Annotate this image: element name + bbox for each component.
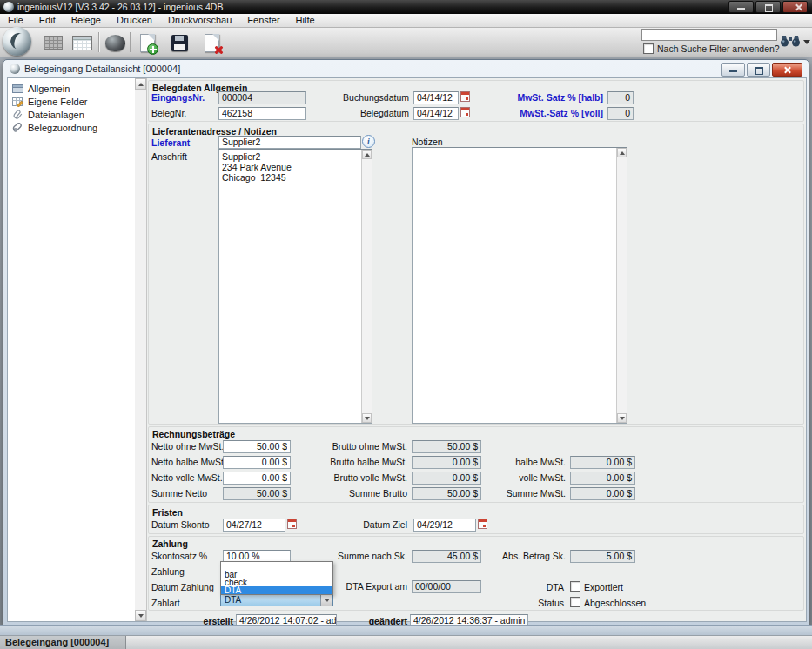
exportiert-label: Exportiert — [584, 582, 623, 592]
netto-ohne-field[interactable] — [223, 440, 291, 453]
halbe-mwst-field: 0.00 $ — [570, 456, 635, 469]
inner-close-button[interactable] — [772, 63, 802, 77]
notizen-textarea[interactable] — [412, 147, 627, 424]
sidebar-item-belegzuordnung[interactable]: Belegzuordnung — [8, 121, 135, 134]
summe-brutto-label: Summe Brutto — [294, 488, 407, 498]
netto-halbe-field[interactable] — [223, 456, 291, 469]
table-pencil-icon — [12, 97, 23, 107]
sidebar-item-eigene-felder[interactable]: Eigene Felder — [8, 95, 135, 108]
menu-druckvorschau[interactable]: Druckvorschau — [160, 14, 239, 27]
maximize-button[interactable] — [755, 1, 781, 13]
anschrift-scrollbar[interactable] — [361, 150, 372, 423]
save-button[interactable] — [167, 31, 191, 54]
search-filter-checkbox[interactable] — [643, 43, 654, 54]
detail-window-titlebar: Belegeingang Detailansicht [000004] — [3, 60, 809, 77]
lieferant-label: Lieferant — [151, 137, 190, 148]
belegdatum-label: Belegdatum — [316, 108, 409, 118]
list-view-button[interactable] — [41, 31, 65, 54]
paperclip-icon — [12, 110, 23, 120]
inner-maximize-button[interactable] — [747, 63, 770, 77]
menu-drucken[interactable]: Drucken — [109, 14, 160, 27]
menu-belege[interactable]: Belege — [64, 14, 109, 27]
ingenious-logo-icon — [3, 27, 31, 56]
search-button[interactable] — [780, 33, 801, 48]
menu-file[interactable]: File — [0, 14, 31, 27]
sidebar-item-allgemein[interactable]: Allgemein — [8, 82, 135, 95]
datum-skonto-calendar-icon[interactable] — [287, 519, 297, 529]
new-record-button[interactable] — [135, 31, 159, 54]
eingangsnr-field: 000004 — [218, 91, 306, 104]
table-icon — [72, 36, 92, 50]
menubar: File Edit Belege Drucken Druckvorschau F… — [0, 14, 812, 28]
zahlart-label: Zahlart — [151, 598, 180, 608]
datum-ziel-field[interactable] — [413, 519, 476, 532]
summe-mwst-label: Summe MwSt. — [470, 488, 566, 498]
abgeschlossen-label: Abgeschlossen — [584, 598, 646, 608]
mwst-halb-label: MwSt. Satz % [halb] — [510, 92, 603, 103]
detail-form: Belegdaten Allgemein EingangsNr. 000004 … — [146, 78, 808, 621]
lieferant-field[interactable] — [218, 136, 361, 149]
netto-volle-label: Netto volle MwSt. — [151, 472, 223, 483]
detail-content: Allgemein Eigene Felder — [7, 77, 807, 622]
inner-minimize-button[interactable] — [721, 63, 745, 77]
statusbar-document-tab[interactable]: Belegeingang [000004] — [0, 636, 126, 649]
search-input[interactable] — [641, 29, 777, 41]
info-icon[interactable]: i — [362, 135, 375, 148]
menu-edit[interactable]: Edit — [31, 14, 64, 27]
datum-ziel-label: Datum Ziel — [320, 519, 407, 530]
datum-ziel-calendar-icon[interactable] — [478, 519, 487, 529]
belegdatum-field[interactable] — [413, 107, 459, 120]
sidebar: Allgemein Eigene Felder — [8, 78, 136, 621]
dta-export-am-field: 00/00/00 — [412, 580, 481, 593]
sidebar-item-dateianlagen[interactable]: Dateianlagen — [8, 108, 135, 121]
detail-window-title: Belegeingang Detailansicht [000004] — [24, 64, 180, 74]
abs-betrag-sk-field: 5.00 $ — [570, 550, 635, 563]
zahlart-combobox[interactable]: DTA — [220, 594, 333, 606]
dropdown-option-empty[interactable] — [221, 562, 332, 571]
detail-window: Belegeingang Detailansicht [000004] — [3, 59, 809, 626]
summe-nach-sk-label: Summe nach Sk. — [294, 551, 407, 561]
application-window: ingeniousV12 [V3.3.42 - 26.03.12] - inge… — [0, 0, 812, 649]
dropdown-option-dta[interactable]: DTA — [221, 586, 332, 594]
datum-skonto-field[interactable] — [223, 519, 285, 532]
menu-fenster[interactable]: Fenster — [239, 14, 287, 27]
abs-betrag-sk-label: Abs. Betrag Sk. — [470, 551, 566, 561]
menu-hilfe[interactable]: Hilfe — [288, 14, 323, 27]
scroll-up-arrow[interactable] — [617, 148, 627, 157]
scroll-up-arrow[interactable] — [135, 78, 146, 90]
zahlung-label: Zahlung — [151, 566, 185, 577]
delete-record-button[interactable] — [199, 31, 224, 54]
exportiert-checkbox[interactable] — [570, 581, 580, 592]
brutto-volle-label: Brutto volle MwSt. — [294, 472, 407, 483]
netto-volle-field[interactable] — [223, 472, 291, 485]
save-icon — [171, 35, 188, 51]
combobox-dropdown-icon[interactable] — [320, 595, 332, 606]
clip-icon — [12, 123, 23, 133]
datum-skonto-label: Datum Skonto — [151, 519, 210, 530]
notizen-label: Notizen — [412, 137, 443, 147]
minimize-button[interactable] — [728, 1, 754, 13]
scroll-down-arrow[interactable] — [362, 413, 372, 423]
abgeschlossen-checkbox[interactable] — [570, 597, 580, 607]
scroll-down-arrow[interactable] — [617, 413, 627, 423]
scroll-down-arrow[interactable] — [135, 610, 146, 621]
print-button[interactable] — [103, 31, 127, 54]
belegnr-field[interactable] — [218, 107, 306, 120]
belegdatum-calendar-icon[interactable] — [460, 107, 470, 117]
anschrift-textarea[interactable]: Supplier2 234 Park Avenue Chicago 12345 — [218, 149, 372, 424]
notizen-scrollbar[interactable] — [616, 148, 627, 423]
datum-zahlung-label: Datum Zahlung — [151, 582, 214, 592]
buchungsdatum-field[interactable] — [413, 91, 459, 104]
grid-icon — [44, 36, 63, 50]
mwst-voll-label: MwSt.-Satz % [voll] — [510, 108, 603, 118]
halbe-mwst-label: halbe MwSt. — [470, 457, 566, 467]
form-scrollbar[interactable] — [135, 78, 147, 621]
close-button[interactable] — [782, 1, 808, 13]
dta-label: DTA — [512, 582, 564, 592]
table-view-button[interactable] — [70, 31, 94, 54]
toolbar-separator — [130, 32, 131, 52]
search-options-dropdown-icon[interactable] — [803, 40, 810, 44]
buchungsdatum-calendar-icon[interactable] — [460, 91, 470, 102]
scroll-up-arrow[interactable] — [362, 150, 372, 159]
printer-icon — [105, 35, 125, 51]
